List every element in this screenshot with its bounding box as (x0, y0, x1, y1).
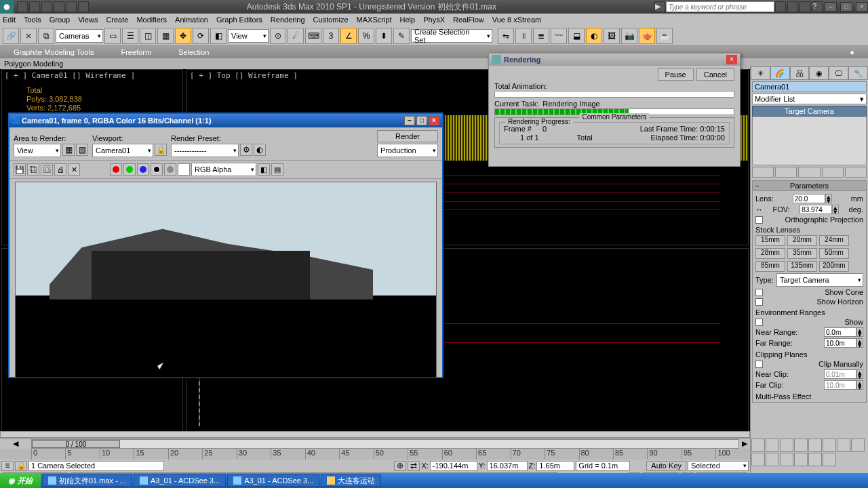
lock-viewport-icon[interactable]: 🔒 (155, 144, 167, 156)
title-util3-icon[interactable] (800, 1, 810, 12)
select-icon[interactable]: ▭ (104, 28, 121, 44)
qat-save-icon[interactable] (41, 1, 52, 12)
snap3-icon[interactable]: 3 (323, 28, 339, 44)
ribbon-tab-selection[interactable]: Selection (165, 48, 222, 56)
menu-grapheditors[interactable]: Graph Editors (216, 16, 262, 24)
qat-more-icon[interactable] (78, 1, 89, 12)
showcone-checkbox[interactable] (755, 289, 763, 296)
pause-button[interactable]: Pause (658, 68, 694, 81)
autokey-button[interactable]: Auto Key (646, 461, 686, 471)
renderframe-icon[interactable]: 📷 (621, 28, 637, 44)
ribbon-tab-graphite[interactable]: Graphite Modeling Tools (0, 48, 107, 56)
abs-rel-icon[interactable]: ⇄ (408, 461, 420, 471)
time-slider-track[interactable]: 0 / 100 (31, 439, 739, 449)
qat-open-icon[interactable] (29, 1, 40, 12)
camera-type-dropdown[interactable]: Target Camera (776, 273, 863, 287)
task-item[interactable]: 大连客运站 (321, 474, 381, 487)
tab-display-icon[interactable]: 🖵 (829, 66, 848, 80)
showhorizon-checkbox[interactable] (755, 298, 763, 306)
help-search-input[interactable] (666, 1, 774, 12)
fov-nav-icon[interactable] (780, 453, 793, 466)
configure-icon[interactable] (845, 167, 867, 178)
qat-redo-icon[interactable] (66, 1, 77, 12)
pan-icon[interactable] (794, 453, 808, 466)
modifier-stack-item[interactable]: Target Camera (752, 106, 867, 117)
lens-135[interactable]: 135mm (787, 261, 817, 272)
zoom-extents-icon[interactable] (751, 453, 765, 466)
toggle-overlay-icon[interactable]: ◧ (258, 163, 270, 176)
lens-20[interactable]: 20mm (787, 235, 817, 246)
lens-28[interactable]: 28mm (755, 248, 785, 259)
menu-tools[interactable]: Tools (24, 16, 41, 24)
clipmanual-checkbox[interactable] (755, 361, 763, 368)
auto-region-icon[interactable]: ▧ (76, 144, 88, 156)
maximize-viewport-icon[interactable] (823, 453, 836, 466)
select-name-icon[interactable]: ☰ (122, 28, 138, 44)
render-frame-titlebar[interactable]: 🟦 Camera01, frame 0, RGBA Color 16 Bits/… (9, 114, 442, 127)
object-name-input[interactable]: Camera01 (752, 81, 867, 92)
link-icon[interactable]: 🔗 (3, 28, 19, 44)
pctsnap-icon[interactable]: % (358, 28, 374, 44)
keymode-dropdown[interactable]: Selected (688, 461, 749, 471)
menu-group[interactable]: Group (50, 16, 71, 24)
tab-modify-icon[interactable]: 🌈 (770, 66, 790, 80)
clone-image-icon[interactable]: ⿴ (41, 163, 53, 176)
named-selection-dropdown[interactable]: Create Selection Set (411, 29, 492, 43)
menu-vue[interactable]: Vue 8 xStream (492, 16, 541, 24)
qat-undo-icon[interactable] (54, 1, 64, 12)
render-setup-icon[interactable]: ⚙ (240, 144, 252, 156)
menu-physx[interactable]: PhysX (423, 16, 445, 24)
channel-mono-icon[interactable] (164, 163, 176, 176)
lens-50[interactable]: 50mm (819, 248, 849, 259)
lens-24[interactable]: 24mm (819, 235, 849, 246)
copy-image-icon[interactable]: ⿻ (27, 163, 39, 176)
manip-icon[interactable]: ☄ (288, 28, 304, 44)
menu-animation[interactable]: Animation (175, 16, 208, 24)
lens-200[interactable]: 200mm (819, 261, 849, 272)
qat-new-icon[interactable] (17, 1, 28, 12)
renderwin-close-button[interactable]: × (429, 116, 439, 125)
renderwin-min-button[interactable]: – (404, 116, 415, 125)
bind-icon[interactable]: ⧉ (38, 28, 54, 44)
channel-alpha-icon[interactable] (151, 163, 163, 176)
rendersetup-icon[interactable]: 🖼 (604, 28, 620, 44)
menu-modifiers[interactable]: Modifiers (136, 16, 167, 24)
fov-spinner[interactable]: ▴▾ (800, 205, 839, 214)
farclip-spinner[interactable]: ▴▾ (824, 380, 863, 390)
title-help-icon[interactable]: ? (812, 1, 823, 12)
maximize-button[interactable]: □ (840, 2, 852, 12)
mirror-icon[interactable]: ⇋ (498, 28, 514, 44)
x-input[interactable]: -190.144m (430, 461, 477, 471)
select-region-icon[interactable]: ◫ (140, 28, 156, 44)
bgcolor-swatch[interactable] (178, 163, 190, 176)
maxscript-mini-icon[interactable]: ≡ (1, 461, 14, 471)
y-input[interactable]: 16.037m (487, 461, 528, 471)
app-icon[interactable]: ⬣ (0, 0, 14, 14)
schematic-icon[interactable]: ⬓ (568, 28, 585, 44)
rendering-titlebar[interactable]: Rendering × (489, 54, 740, 66)
print-icon[interactable]: 🖨 (54, 163, 66, 176)
channel-dropdown[interactable]: RGB Alpha (191, 163, 256, 176)
goto-start-icon[interactable] (751, 439, 765, 452)
next-frame-icon[interactable] (794, 439, 808, 452)
zoom-all-icon[interactable] (851, 439, 865, 452)
remove-mod-icon[interactable] (822, 167, 844, 178)
render-output-dropdown[interactable]: Production (377, 144, 438, 157)
window-crossing-icon[interactable]: ▦ (157, 28, 174, 44)
spinner-snap-icon[interactable]: ⬍ (376, 28, 392, 44)
lens-35[interactable]: 35mm (787, 248, 817, 259)
menu-realflow[interactable]: RealFlow (453, 16, 484, 24)
edit-named-icon[interactable]: ✎ (393, 28, 410, 44)
toggle-ui-icon[interactable]: ▤ (271, 163, 283, 176)
time-slider-thumb[interactable]: 0 / 100 (32, 440, 120, 448)
menu-maxscript[interactable]: MAXScript (357, 16, 392, 24)
menu-rendering[interactable]: Rendering (271, 16, 305, 24)
nearrange-spinner[interactable]: ▴▾ (824, 327, 863, 337)
keymode-icon[interactable]: ⌨ (305, 28, 321, 44)
render-button[interactable]: Render (377, 130, 438, 142)
rotate-icon[interactable]: ⟳ (193, 28, 209, 44)
transform-typein-icon[interactable]: ⊕ (394, 461, 406, 471)
lens-85[interactable]: 85mm (755, 261, 785, 272)
viewport-label[interactable]: [ + ] Camera01 [] Wireframe ] (5, 71, 135, 80)
envshow-checkbox[interactable] (755, 319, 763, 326)
